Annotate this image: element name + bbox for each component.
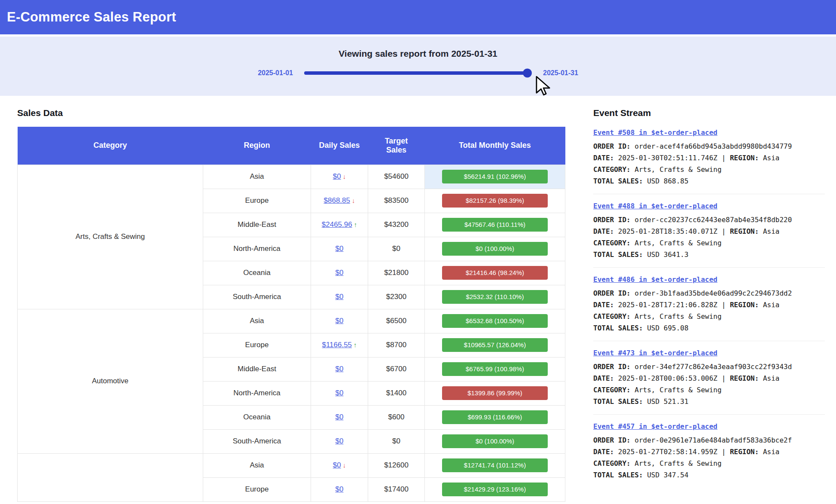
category-cell: Automotive bbox=[18, 309, 203, 453]
daily-sales-cell: $0 bbox=[311, 285, 368, 309]
slider-fill bbox=[304, 71, 527, 75]
daily-sales-cell: $1166.55↑ bbox=[311, 333, 368, 357]
daily-sales-cell: $0 bbox=[311, 477, 368, 501]
target-sales-cell: $12600 bbox=[368, 453, 425, 477]
event-detail-line: CATEGORY: Arts, Crafts & Sewing bbox=[593, 164, 825, 175]
sales-status-badge: $12741.74 (101.12%) bbox=[442, 458, 548, 472]
column-header: Total Monthly Sales bbox=[425, 127, 565, 165]
region-cell: Middle-East bbox=[203, 357, 311, 381]
daily-sales-cell: $0 bbox=[311, 309, 368, 333]
event-detail-line: DATE: 2025-01-27T02:58:14.959Z | REGION:… bbox=[593, 446, 825, 458]
daily-sales-cell: $0↓ bbox=[311, 453, 368, 477]
event-detail-line: TOTAL SALES: USD 3641.3 bbox=[593, 249, 825, 260]
daily-sales-link[interactable]: $2465.96 bbox=[322, 220, 352, 229]
sales-status-badge: $0 (100.00%) bbox=[442, 434, 548, 448]
total-monthly-sales-cell: $1399.86 (99.99%) bbox=[425, 381, 565, 405]
event-link[interactable]: Event #457 in $et-order-placed bbox=[593, 422, 717, 431]
total-monthly-sales-cell: $699.93 (116.66%) bbox=[425, 405, 565, 429]
target-sales-cell: $1400 bbox=[368, 381, 425, 405]
event-detail-line: CATEGORY: Arts, Crafts & Sewing bbox=[593, 237, 825, 249]
event-card: Event #486 in $et-order-placedORDER ID: … bbox=[593, 274, 825, 341]
sales-status-badge: $10965.57 (126.04%) bbox=[442, 338, 548, 352]
event-list: Event #508 in $et-order-placedORDER ID: … bbox=[593, 127, 825, 488]
sales-table-header: CategoryRegionDaily SalesTarget SalesTot… bbox=[18, 127, 565, 165]
main-content: Sales Data CategoryRegionDaily SalesTarg… bbox=[0, 96, 836, 502]
sales-status-badge: $2532.32 (110.10%) bbox=[442, 290, 548, 304]
event-detail-line: ORDER ID: order-3b1faad35bde4e06ad99c2c2… bbox=[593, 287, 825, 299]
daily-sales-link[interactable]: $0 bbox=[336, 293, 344, 301]
slider-title: Viewing sales report from 2025-01-31 bbox=[0, 49, 836, 59]
app-header: E-Commerce Sales Report bbox=[0, 0, 836, 34]
total-monthly-sales-cell: $56214.91 (102.96%) bbox=[425, 165, 565, 189]
sales-data-heading: Sales Data bbox=[17, 108, 565, 118]
daily-sales-link[interactable]: $0 bbox=[333, 172, 341, 180]
region-cell: Asia bbox=[203, 165, 311, 189]
table-row: Asia$0↓$12600$12741.74 (101.12%) bbox=[18, 453, 565, 477]
event-link[interactable]: Event #488 in $et-order-placed bbox=[593, 202, 717, 210]
daily-sales-link[interactable]: $0 bbox=[336, 437, 344, 445]
region-cell: Asia bbox=[203, 453, 311, 477]
target-sales-cell: $21800 bbox=[368, 261, 425, 285]
sales-table: CategoryRegionDaily SalesTarget SalesTot… bbox=[17, 127, 565, 502]
column-header: Category bbox=[18, 127, 203, 165]
event-stream-section: Event Stream Event #508 in $et-order-pla… bbox=[593, 108, 825, 502]
table-row: Arts, Crafts & SewingAsia$0↓$54600$56214… bbox=[18, 165, 565, 189]
total-monthly-sales-cell: $21429.29 (123.16%) bbox=[425, 477, 565, 501]
mouse-cursor bbox=[534, 76, 552, 97]
event-detail-line: CATEGORY: Arts, Crafts & Sewing bbox=[593, 384, 825, 396]
daily-sales-link[interactable]: $0 bbox=[336, 365, 344, 373]
region-cell: Middle-East bbox=[203, 213, 311, 237]
region-cell: South-America bbox=[203, 429, 311, 453]
trend-down-icon: ↓ bbox=[343, 173, 346, 180]
daily-sales-cell: $868.85↓ bbox=[311, 189, 368, 213]
daily-sales-link[interactable]: $0 bbox=[336, 413, 344, 421]
event-card: Event #473 in $et-order-placedORDER ID: … bbox=[593, 347, 825, 415]
daily-sales-cell: $2465.96↑ bbox=[311, 213, 368, 237]
daily-sales-cell: $0 bbox=[311, 405, 368, 429]
event-detail-line: ORDER ID: order-acef4fa66bd945a3abdd9980… bbox=[593, 141, 825, 152]
daily-sales-link[interactable]: $0 bbox=[336, 389, 344, 397]
sales-table-body: Arts, Crafts & SewingAsia$0↓$54600$56214… bbox=[18, 165, 565, 501]
column-header: Target Sales bbox=[368, 127, 425, 165]
region-cell: Asia bbox=[203, 309, 311, 333]
target-sales-cell: $54600 bbox=[368, 165, 425, 189]
event-stream-heading: Event Stream bbox=[593, 108, 825, 118]
event-detail-line: ORDER ID: order-0e2961e71a6e484abfadf583… bbox=[593, 434, 825, 446]
region-cell: Europe bbox=[203, 189, 311, 213]
daily-sales-link[interactable]: $0 bbox=[336, 244, 344, 253]
event-detail-line: DATE: 2025-01-28T18:35:40.071Z | REGION:… bbox=[593, 226, 825, 237]
daily-sales-cell: $0 bbox=[311, 357, 368, 381]
daily-sales-link[interactable]: $1166.55 bbox=[322, 341, 352, 349]
event-card: Event #457 in $et-order-placedORDER ID: … bbox=[593, 421, 825, 488]
event-detail-line: TOTAL SALES: USD 695.08 bbox=[593, 322, 825, 334]
total-monthly-sales-cell: $21416.46 (98.24%) bbox=[425, 261, 565, 285]
daily-sales-link[interactable]: $0 bbox=[336, 269, 344, 277]
event-link[interactable]: Event #473 in $et-order-placed bbox=[593, 349, 717, 357]
daily-sales-link[interactable]: $0 bbox=[336, 485, 344, 493]
region-cell: South-America bbox=[203, 285, 311, 309]
target-sales-cell: $17400 bbox=[368, 477, 425, 501]
total-monthly-sales-cell: $82157.26 (98.39%) bbox=[425, 189, 565, 213]
daily-sales-link[interactable]: $0 bbox=[333, 461, 341, 469]
region-cell: North-America bbox=[203, 237, 311, 261]
sales-status-badge: $21416.46 (98.24%) bbox=[442, 266, 548, 280]
slider-row: 2025-01-01 2025-01-31 bbox=[0, 69, 836, 77]
daily-sales-link[interactable]: $0 bbox=[336, 317, 344, 325]
column-header: Region bbox=[203, 127, 311, 165]
region-cell: Oceania bbox=[203, 405, 311, 429]
daily-sales-link[interactable]: $868.85 bbox=[324, 196, 350, 205]
slider-thumb[interactable] bbox=[523, 69, 532, 78]
sales-status-badge: $56214.91 (102.96%) bbox=[442, 170, 548, 183]
date-slider[interactable] bbox=[304, 71, 532, 75]
event-link[interactable]: Event #508 in $et-order-placed bbox=[593, 128, 717, 137]
event-detail-line: TOTAL SALES: USD 521.31 bbox=[593, 396, 825, 407]
region-cell: North-America bbox=[203, 381, 311, 405]
region-cell: Europe bbox=[203, 477, 311, 501]
event-detail-line: DATE: 2025-01-28T17:21:06.828Z | REGION:… bbox=[593, 299, 825, 311]
total-monthly-sales-cell: $2532.32 (110.10%) bbox=[425, 285, 565, 309]
sales-data-section: Sales Data CategoryRegionDaily SalesTarg… bbox=[17, 108, 565, 502]
slider-min-label: 2025-01-01 bbox=[258, 69, 293, 77]
event-link[interactable]: Event #486 in $et-order-placed bbox=[593, 275, 717, 284]
trend-up-icon: ↑ bbox=[354, 341, 357, 348]
page-title: E-Commerce Sales Report bbox=[7, 9, 176, 25]
